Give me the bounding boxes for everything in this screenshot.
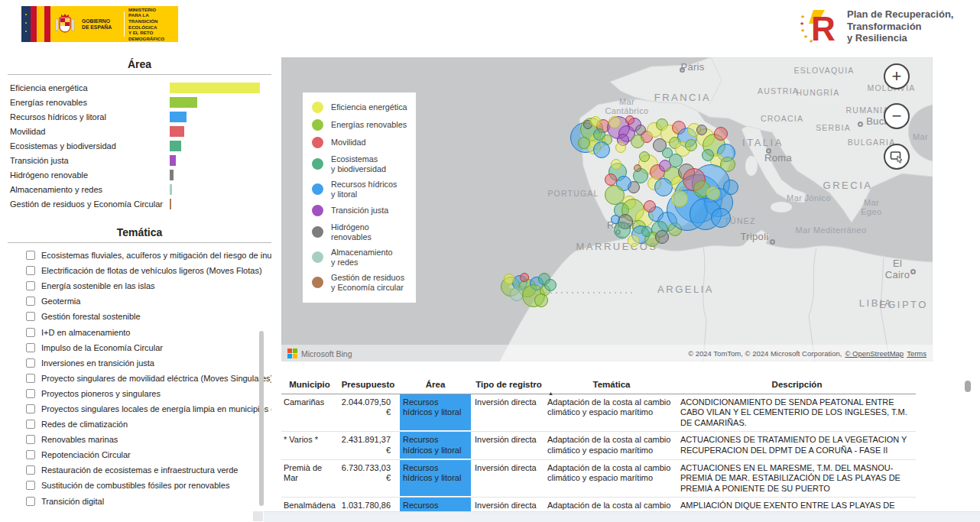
tematica-checkbox-item[interactable]: Proyectos singulares locales de energía … xyxy=(8,401,271,417)
table-row[interactable]: Camariñas2.044.079,50 €Recursos hídricos… xyxy=(281,394,916,432)
map-bubble[interactable] xyxy=(714,127,728,141)
area-bar[interactable] xyxy=(170,170,174,180)
map-bubble[interactable] xyxy=(534,293,548,307)
map-bubble[interactable] xyxy=(611,159,621,170)
terms-link[interactable]: Terms xyxy=(907,349,926,358)
checkbox-icon xyxy=(26,297,35,306)
area-bar-row[interactable]: Energías renovables xyxy=(8,95,271,109)
column-header[interactable]: Área xyxy=(398,376,472,394)
tematica-checkbox-item[interactable]: Transición digital xyxy=(8,494,271,509)
area-bar[interactable] xyxy=(170,83,260,93)
map-bubble[interactable] xyxy=(639,151,650,162)
area-bar-row[interactable]: Ecosistemas y biodiversidad xyxy=(8,138,271,153)
scrollbar-corner xyxy=(253,511,263,521)
map-label: AUSTRIA xyxy=(758,86,799,96)
map-bubble[interactable] xyxy=(711,208,731,228)
map-label: Mar Egeo xyxy=(861,198,881,216)
table-row[interactable]: Benalmádena1.031.780,86 €Recursos hídric… xyxy=(281,498,916,511)
map-bubble[interactable] xyxy=(520,273,529,282)
map-bubble[interactable] xyxy=(608,116,621,128)
area-bar[interactable] xyxy=(170,184,172,195)
tematica-checkbox-item[interactable]: Impulso de la Economía Circular xyxy=(8,340,271,355)
map-bubble[interactable] xyxy=(655,230,669,244)
map-bubble[interactable] xyxy=(614,222,631,238)
map-bubble[interactable] xyxy=(504,274,514,284)
column-header[interactable]: Presupuesto xyxy=(338,376,398,394)
tematica-checkbox-item[interactable]: Repotenciación Circular xyxy=(8,447,271,462)
tematica-checkbox-item[interactable]: Energía sostenible en las islas xyxy=(8,278,271,293)
map-bubble[interactable] xyxy=(706,186,720,200)
tematica-checkbox-item[interactable]: Inversiones en transición justa xyxy=(8,355,271,371)
map-bubble[interactable] xyxy=(641,226,652,237)
zoom-in-button[interactable]: + xyxy=(884,63,910,89)
tematica-checkbox-item[interactable]: Redes de climatización xyxy=(8,417,271,432)
checkbox-icon xyxy=(26,374,35,383)
map-bubble[interactable] xyxy=(578,137,590,149)
table-row[interactable]: Premià de Mar6.730.733,03 €Recursos hídr… xyxy=(281,460,916,498)
legend-swatch-icon xyxy=(312,277,323,288)
map-bubble[interactable] xyxy=(671,190,688,207)
area-bar[interactable] xyxy=(170,199,171,209)
area-bar-row[interactable]: Eficiencia energética xyxy=(8,80,271,95)
map-bubble[interactable] xyxy=(544,279,557,291)
map-bubble[interactable] xyxy=(593,141,610,158)
tematica-checkbox-item[interactable]: Geotermia xyxy=(8,293,271,309)
zoom-out-button[interactable]: − xyxy=(884,103,910,129)
map-bubble[interactable] xyxy=(615,142,626,153)
tematica-checkbox-item[interactable]: Sustitución de combustibles fósiles por … xyxy=(8,478,271,493)
area-bar-row[interactable]: Movilidad xyxy=(8,124,271,138)
area-bar[interactable] xyxy=(170,112,187,122)
area-bar[interactable] xyxy=(170,155,176,166)
map-bubble[interactable] xyxy=(625,115,634,125)
tematica-checkbox-item[interactable]: Ecosistemas fluviales, acuíferos y mitig… xyxy=(8,248,271,263)
horizontal-scrollbar[interactable] xyxy=(264,511,980,522)
box-select-button[interactable] xyxy=(884,144,910,170)
map-bubble[interactable] xyxy=(685,139,697,151)
map-bubble[interactable] xyxy=(611,215,620,224)
map-bubble[interactable] xyxy=(696,125,707,135)
area-bar-label: Eficiencia energética xyxy=(8,83,170,92)
column-header[interactable]: Descripción xyxy=(678,376,916,394)
city-marker-icon xyxy=(858,122,863,127)
column-header[interactable]: Tipo de registro xyxy=(472,376,545,394)
map-visual[interactable]: FRANCIAITALIAGRECIAMARRUECOSARGELIALIBIA… xyxy=(281,57,933,362)
legend-label: Gestión de residuos y Economía circular xyxy=(331,273,404,292)
tematica-checkbox-item[interactable]: Proyectos pioneros y singulares xyxy=(8,386,271,401)
map-bubble[interactable] xyxy=(628,235,640,247)
area-bar-row[interactable]: Recursos hídricos y litoral xyxy=(8,109,271,124)
legend-swatch-icon xyxy=(312,137,323,148)
tematica-checkbox-item[interactable]: Electrificación de flotas de vehículos l… xyxy=(8,263,271,278)
map-bubble[interactable] xyxy=(644,200,656,212)
map-bubble[interactable] xyxy=(634,164,641,172)
tematica-list: Ecosistemas fluviales, acuíferos y mitig… xyxy=(8,243,271,509)
tematica-scrollbar[interactable] xyxy=(259,331,264,506)
map-bubble[interactable] xyxy=(654,178,673,196)
map-bubble[interactable] xyxy=(723,180,738,195)
map-bubble[interactable] xyxy=(605,173,617,186)
area-bar[interactable] xyxy=(170,126,184,137)
column-header[interactable]: Municipio xyxy=(281,376,338,394)
area-bar-row[interactable]: Transición justa xyxy=(8,153,271,167)
area-bar[interactable] xyxy=(170,141,181,151)
map-bubble[interactable] xyxy=(590,116,601,127)
tematica-checkbox-item[interactable]: Gestión forestal sostenible xyxy=(8,309,271,324)
table-row[interactable]: * Varios *2.431.891,37 €Recursos hídrico… xyxy=(281,432,916,460)
tematica-checkbox-item[interactable]: I+D en almacenamiento xyxy=(8,324,271,339)
cell-tematica: Adaptación de la costa al cambio climáti… xyxy=(545,432,678,459)
tematica-checkbox-item[interactable]: Proyecto singulares de movilidad eléctri… xyxy=(8,371,271,386)
column-header[interactable]: Temática▲ xyxy=(545,376,678,394)
area-bar-row[interactable]: Gestión de residuos y Economía Circular xyxy=(8,196,271,211)
area-bar-row[interactable]: Almacenamiento y redes xyxy=(8,182,271,196)
map-label: ESLOVAQUIA xyxy=(794,66,855,75)
legend-label: Hidrógeno renovables xyxy=(331,222,410,242)
map-bubble[interactable] xyxy=(631,135,644,148)
tematica-checkbox-item[interactable]: Restauración de ecosistemas e infraestru… xyxy=(8,462,271,478)
area-bar[interactable] xyxy=(170,97,197,108)
map-label: Tripoli xyxy=(740,231,768,242)
area-bar-row[interactable]: Hidrógeno renovable xyxy=(8,167,271,182)
page-scrollbar-thumb[interactable] xyxy=(965,381,971,392)
tematica-checkbox-item[interactable]: Renovables marinas xyxy=(8,432,271,447)
map-bubble[interactable] xyxy=(702,149,714,161)
bing-logo: Microsoft Bing xyxy=(287,349,352,358)
openstreetmap-link[interactable]: © OpenStreetMap xyxy=(845,349,904,358)
